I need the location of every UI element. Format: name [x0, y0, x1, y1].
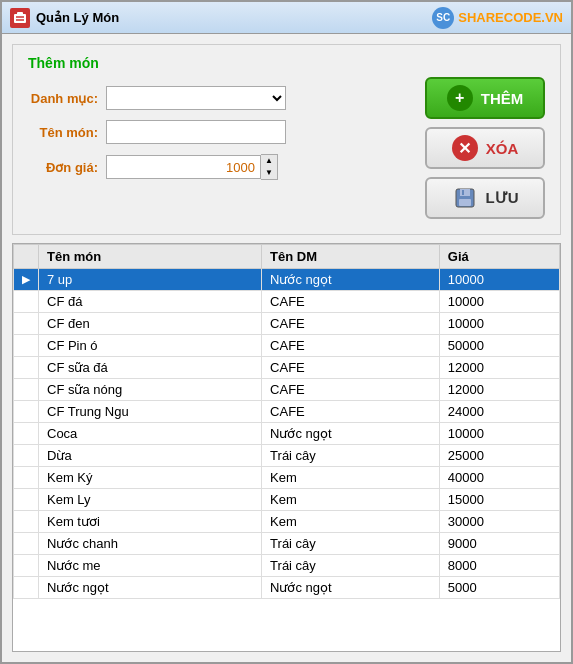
table-row[interactable]: CF Pin óCAFE50000: [14, 335, 560, 357]
buttons-column: + THÊM ✕ XÓA LƯU: [425, 55, 545, 219]
table-row[interactable]: Kem tươiKem30000: [14, 511, 560, 533]
table-row[interactable]: CF đáCAFE10000: [14, 291, 560, 313]
table-row[interactable]: CF Trung NguCAFE24000: [14, 401, 560, 423]
table-body: ▶7 upNước ngọt10000CF đáCAFE10000CF đenC…: [14, 269, 560, 599]
table-header: Tên món Tên DM Giá: [14, 245, 560, 269]
table-row[interactable]: Nước ngọtNước ngọt5000: [14, 577, 560, 599]
form-fields: Thêm món Danh mục: Tên món: Đơn giá:: [28, 55, 410, 219]
cell-ten-dm: Nước ngọt: [262, 423, 440, 445]
xoa-button[interactable]: ✕ XÓA: [425, 127, 545, 169]
cell-ten-dm: CAFE: [262, 313, 440, 335]
price-up-button[interactable]: ▲: [261, 155, 277, 167]
window-title: Quản Lý Món: [36, 10, 119, 25]
don-gia-label: Đơn giá:: [28, 160, 98, 175]
row-indicator: [14, 445, 39, 467]
price-down-button[interactable]: ▼: [261, 167, 277, 179]
cell-ten-dm: Nước ngọt: [262, 577, 440, 599]
row-indicator: [14, 379, 39, 401]
cell-ten-mon: Dừa: [39, 445, 262, 467]
cell-ten-mon: CF Pin ó: [39, 335, 262, 357]
cell-ten-mon: CF đá: [39, 291, 262, 313]
cell-gia: 10000: [439, 313, 559, 335]
table-wrapper[interactable]: Tên món Tên DM Giá ▶7 upNước ngọt10000CF…: [13, 244, 560, 651]
form-title: Thêm món: [28, 55, 410, 71]
table-row[interactable]: CocaNước ngọt10000: [14, 423, 560, 445]
them-icon: +: [447, 85, 473, 111]
cell-ten-mon: Kem Ly: [39, 489, 262, 511]
table-row[interactable]: Nước meTrái cây8000: [14, 555, 560, 577]
cell-ten-dm: CAFE: [262, 335, 440, 357]
cell-ten-dm: Trái cây: [262, 445, 440, 467]
cell-gia: 24000: [439, 401, 559, 423]
table-row[interactable]: Nước chanhTrái cây9000: [14, 533, 560, 555]
row-indicator: [14, 423, 39, 445]
cell-gia: 9000: [439, 533, 559, 555]
don-gia-row: Đơn giá: ▲ ▼: [28, 154, 410, 180]
ten-mon-input[interactable]: [106, 120, 286, 144]
danh-muc-row: Danh mục:: [28, 86, 410, 110]
danh-muc-select[interactable]: [106, 86, 286, 110]
row-indicator: [14, 335, 39, 357]
form-section: Thêm món Danh mục: Tên món: Đơn giá:: [12, 44, 561, 235]
table-section: Tên món Tên DM Giá ▶7 upNước ngọt10000CF…: [12, 243, 561, 652]
cell-ten-mon: CF sữa đá: [39, 357, 262, 379]
row-indicator: ▶: [14, 269, 39, 291]
xoa-icon: ✕: [452, 135, 478, 161]
row-indicator: [14, 533, 39, 555]
row-indicator: [14, 489, 39, 511]
row-indicator: [14, 313, 39, 335]
cell-gia: 30000: [439, 511, 559, 533]
svg-rect-0: [14, 14, 26, 23]
luu-icon: [452, 185, 478, 211]
cell-ten-mon: Kem Ký: [39, 467, 262, 489]
xoa-label: XÓA: [486, 140, 519, 157]
table-row[interactable]: CF sữa nóngCAFE12000: [14, 379, 560, 401]
danh-muc-label: Danh mục:: [28, 91, 98, 106]
cell-gia: 5000: [439, 577, 559, 599]
cell-ten-mon: Nước ngọt: [39, 577, 262, 599]
cell-ten-dm: Nước ngọt: [262, 269, 440, 291]
table-row[interactable]: DừaTrái cây25000: [14, 445, 560, 467]
cell-gia: 10000: [439, 423, 559, 445]
svg-rect-6: [459, 199, 471, 206]
table-row[interactable]: Kem KýKem40000: [14, 467, 560, 489]
luu-label: LƯU: [486, 189, 519, 207]
main-window: Quản Lý Món SC SHARECODE.VN Thêm món Dan…: [0, 0, 573, 664]
row-indicator: [14, 555, 39, 577]
items-table: Tên món Tên DM Giá ▶7 upNước ngọt10000CF…: [13, 244, 560, 599]
logo-icon: SC: [432, 7, 454, 29]
svg-rect-1: [17, 12, 23, 15]
cell-ten-dm: Kem: [262, 511, 440, 533]
cell-ten-dm: Trái cây: [262, 555, 440, 577]
cell-ten-mon: 7 up: [39, 269, 262, 291]
ten-mon-row: Tên món:: [28, 120, 410, 144]
col-ten-dm-header: Tên DM: [262, 245, 440, 269]
cell-gia: 15000: [439, 489, 559, 511]
table-row[interactable]: CF đenCAFE10000: [14, 313, 560, 335]
luu-button[interactable]: LƯU: [425, 177, 545, 219]
cell-gia: 10000: [439, 269, 559, 291]
cell-ten-dm: CAFE: [262, 401, 440, 423]
cell-ten-mon: Kem tươi: [39, 511, 262, 533]
row-indicator: [14, 511, 39, 533]
svg-rect-7: [462, 190, 464, 195]
them-button[interactable]: + THÊM: [425, 77, 545, 119]
cell-gia: 12000: [439, 379, 559, 401]
price-spinner: ▲ ▼: [261, 154, 278, 180]
price-wrapper: ▲ ▼: [106, 154, 278, 180]
cell-gia: 40000: [439, 467, 559, 489]
table-row[interactable]: CF sữa đáCAFE12000: [14, 357, 560, 379]
svg-rect-5: [460, 189, 470, 196]
logo-text: SHARECODE.VN: [458, 10, 563, 25]
don-gia-input[interactable]: [106, 155, 261, 179]
table-row[interactable]: Kem LyKem15000: [14, 489, 560, 511]
app-icon: [10, 8, 30, 28]
cell-gia: 8000: [439, 555, 559, 577]
cell-ten-mon: Nước me: [39, 555, 262, 577]
titlebar-left: Quản Lý Món: [10, 8, 119, 28]
table-row[interactable]: ▶7 upNước ngọt10000: [14, 269, 560, 291]
ten-mon-label: Tên món:: [28, 125, 98, 140]
cell-ten-mon: CF sữa nóng: [39, 379, 262, 401]
cell-gia: 12000: [439, 357, 559, 379]
cell-ten-dm: CAFE: [262, 291, 440, 313]
